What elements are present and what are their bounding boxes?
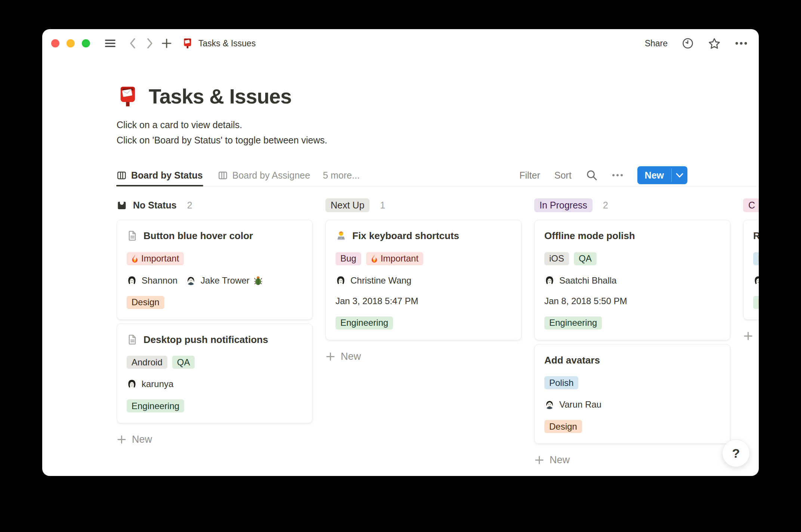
sidebar-toggle-icon[interactable] — [104, 38, 116, 48]
sort-button[interactable]: Sort — [554, 170, 572, 181]
nav-forward-icon[interactable] — [145, 37, 154, 49]
card-title: Desktop push notifications — [143, 334, 268, 346]
assignee-name: Shannon — [142, 275, 177, 286]
column-header: No Status2 — [117, 198, 313, 212]
favorite-star-icon[interactable] — [708, 37, 721, 49]
column-status-pill[interactable]: Next Up — [325, 198, 369, 212]
card[interactable]: Fix keyboard shortcutsBug Important Chri… — [325, 220, 522, 340]
caption-line[interactable]: Click on 'Board by Status' to toggle bet… — [117, 133, 759, 148]
tag-label: Bug — [340, 253, 356, 264]
plus-icon — [325, 352, 335, 362]
assignee-name: Christine Wang — [350, 275, 411, 286]
tag-pill: iOS — [544, 252, 569, 265]
board: No Status2 Button blue hover color Impor… — [117, 198, 759, 466]
help-button[interactable]: ? — [722, 439, 750, 467]
view-tab-board-by-assignee[interactable]: Board by Assignee — [218, 164, 310, 186]
add-new-label: New — [550, 454, 570, 466]
new-button-label[interactable]: New — [637, 166, 671, 184]
tag-label: Design — [549, 421, 577, 432]
page-mailbox-icon[interactable] — [117, 85, 139, 108]
add-new-card-button[interactable]: New — [534, 454, 730, 466]
tag-label: Important — [141, 253, 179, 264]
plus-icon — [117, 434, 127, 445]
chevron-down-icon[interactable] — [672, 166, 687, 184]
add-new-label: New — [758, 330, 759, 342]
tag-label: QA — [579, 253, 592, 264]
card-title: Offline mode polish — [544, 230, 635, 242]
notion-window: Tasks & Issues Share Tasks & Issues — [42, 29, 759, 476]
tag-pill: Design — [127, 296, 164, 309]
view-toolbar: Board by Status Board by Assignee 5 more… — [117, 164, 759, 186]
tag-label: iOS — [549, 253, 564, 264]
fire-icon — [132, 254, 138, 263]
more-views-button[interactable]: 5 more... — [323, 164, 360, 186]
tag-pill: QA — [574, 252, 597, 265]
minimize-window-button[interactable] — [67, 39, 75, 47]
card-date: Jan 8, 2018 5:50 PM — [544, 296, 720, 306]
tag-pill: Polish — [544, 376, 578, 389]
zoom-window-button[interactable] — [82, 39, 90, 47]
column-header: Next Up1 — [325, 198, 522, 212]
column-count: 1 — [380, 200, 385, 211]
tag-pill: E — [753, 296, 759, 309]
column-status-pill[interactable]: In Progress — [534, 198, 593, 212]
assignee: karunya — [127, 379, 173, 389]
desktop-background: { "topbar": { "title": "Tasks & Issues",… — [0, 0, 801, 532]
avatar — [127, 275, 137, 286]
card-title: Fix keyboard shortcuts — [352, 230, 459, 242]
mailbox-icon — [182, 38, 193, 49]
page-title[interactable]: Tasks & Issues — [149, 84, 291, 108]
card[interactable]: Add avatarsPolish Varun RauDesign — [534, 344, 730, 444]
more-options-icon[interactable] — [735, 41, 748, 45]
search-icon[interactable] — [586, 169, 598, 181]
view-tabs: Board by Status Board by Assignee — [117, 164, 310, 186]
new-tab-plus-icon[interactable] — [161, 38, 172, 49]
card[interactable]: ReP E — [743, 220, 759, 320]
window-controls — [51, 39, 90, 47]
card-title: Add avatars — [544, 354, 600, 366]
updates-clock-icon[interactable] — [682, 37, 694, 49]
assignee-name: Jake Trower — [201, 275, 250, 286]
page-description[interactable]: Click on a card to view details. Click o… — [117, 117, 759, 148]
new-button[interactable]: New — [637, 166, 687, 184]
filter-button[interactable]: Filter — [519, 170, 540, 181]
plus-icon — [743, 331, 753, 341]
assignee: Varun Rau — [544, 399, 601, 410]
view-options-ellipsis-icon[interactable] — [612, 174, 623, 177]
avatar — [753, 275, 759, 286]
add-new-card-button[interactable]: New — [325, 351, 522, 362]
card-title: Re — [753, 230, 759, 242]
beetle-icon — [254, 276, 262, 285]
card[interactable]: Desktop push notificationsAndroidQA karu… — [117, 324, 313, 424]
assignee: Saatchi Bhalla — [544, 275, 616, 286]
technologist-icon — [335, 230, 347, 241]
tag-pill: Important — [127, 252, 184, 265]
tag-pill: Bug — [335, 252, 361, 265]
column-header: In Progress2 — [534, 198, 730, 212]
board-icon — [117, 170, 127, 180]
assignee-name: Varun Rau — [559, 399, 601, 410]
column-title-label: No Status — [133, 200, 177, 211]
board-column: CReP ENew — [743, 198, 759, 342]
card[interactable]: Offline mode polishiOSQA Saatchi BhallaJ… — [534, 220, 730, 340]
tag-label: Android — [132, 357, 163, 368]
tag-pill: Important — [366, 252, 423, 265]
column-title[interactable]: No Status — [117, 200, 177, 211]
close-window-button[interactable] — [51, 39, 59, 47]
avatar — [335, 275, 346, 286]
tag-label: Engineering — [340, 318, 388, 328]
avatar — [544, 399, 555, 410]
nav-back-icon[interactable] — [128, 37, 137, 49]
avatar — [544, 275, 555, 286]
card[interactable]: Button blue hover color Important Shanno… — [117, 220, 313, 320]
tag-pill: Design — [544, 420, 582, 433]
avatar — [186, 275, 196, 286]
add-new-card-button[interactable]: New — [743, 330, 759, 342]
tag-label: Polish — [549, 378, 573, 388]
share-button[interactable]: Share — [645, 38, 668, 49]
column-status-pill[interactable]: C — [743, 198, 759, 212]
view-tab-board-by-status[interactable]: Board by Status — [117, 164, 203, 186]
add-new-card-button[interactable]: New — [117, 434, 313, 445]
caption-line[interactable]: Click on a card to view details. — [117, 117, 759, 133]
inbox-icon — [117, 200, 127, 211]
